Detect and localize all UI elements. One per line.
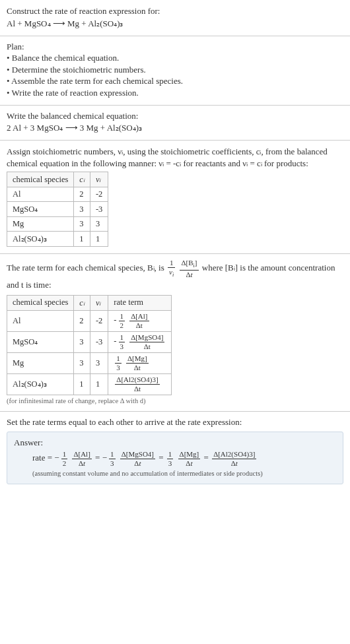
rate-term-cell: -12 Δ[Al]Δt bbox=[108, 310, 172, 331]
rate-term-cell: Δ[Al2(SO4)3]Δt bbox=[108, 373, 172, 395]
rateterm-note: (for infinitesimal rate of change, repla… bbox=[7, 397, 343, 404]
rate-term-cell: 13 Δ[Mg]Δt bbox=[108, 352, 172, 373]
plan-section: Plan: Balance the chemical equation. Det… bbox=[0, 36, 350, 106]
plan-item: Determine the stoichiometric numbers. bbox=[7, 64, 343, 76]
rate-term-cell: -13 Δ[MgSO4]Δt bbox=[108, 331, 172, 352]
final-title: Set the rate terms equal to each other t… bbox=[7, 417, 343, 428]
plan-title: Plan: bbox=[7, 42, 343, 52]
plan-item: Write the rate of reaction expression. bbox=[7, 87, 343, 99]
prompt-text: Construct the rate of reaction expressio… bbox=[7, 5, 343, 17]
stoich-table: chemical species cᵢ νᵢ Al 2 -2 MgSO₄ 3 -… bbox=[7, 172, 108, 247]
answer-note: (assuming constant volume and no accumul… bbox=[32, 470, 336, 477]
generic-delta-frac: Δ[Bi]Δt bbox=[180, 259, 198, 278]
rateterm-table: chemical species cᵢ νᵢ rate term Al 2 -2… bbox=[7, 295, 172, 395]
answer-label: Answer: bbox=[14, 437, 336, 448]
table-row: Al 2 -2 -12 Δ[Al]Δt bbox=[7, 310, 172, 331]
table-row: Mg 3 3 13 Δ[Mg]Δt bbox=[7, 352, 172, 373]
table-header-row: chemical species cᵢ νᵢ bbox=[7, 172, 108, 187]
unbalanced-equation: Al + MgSO₄ ⟶ Mg + Al₂(SO₄)₃ bbox=[7, 18, 343, 29]
generic-coef-frac: 1νi bbox=[168, 259, 175, 278]
final-section: Set the rate terms equal to each other t… bbox=[0, 412, 350, 491]
rateterm-section: The rate term for each chemical species,… bbox=[0, 254, 350, 411]
stoich-section: Assign stoichiometric numbers, νᵢ, using… bbox=[0, 141, 350, 254]
plan-item: Balance the chemical equation. bbox=[7, 52, 343, 64]
balanced-title: Write the balanced chemical equation: bbox=[7, 111, 343, 121]
plan-list: Balance the chemical equation. Determine… bbox=[7, 52, 343, 98]
table-header-row: chemical species cᵢ νᵢ rate term bbox=[7, 295, 172, 310]
stoich-intro: Assign stoichiometric numbers, νᵢ, using… bbox=[7, 146, 343, 169]
col-ci: cᵢ bbox=[74, 172, 90, 187]
table-row: Al₂(SO₄)₃ 1 1 bbox=[7, 232, 108, 247]
balanced-equation: 2 Al + 3 MgSO₄ ⟶ 3 Mg + Al₂(SO₄)₃ bbox=[7, 123, 343, 133]
table-row: Al 2 -2 bbox=[7, 187, 108, 202]
plan-item: Assemble the rate term for each chemical… bbox=[7, 75, 343, 87]
table-row: Al₂(SO₄)₃ 1 1 Δ[Al2(SO4)3]Δt bbox=[7, 373, 172, 395]
balanced-section: Write the balanced chemical equation: 2 … bbox=[0, 106, 350, 141]
col-species: chemical species bbox=[7, 172, 74, 187]
table-row: Mg 3 3 bbox=[7, 217, 108, 232]
col-nui: νᵢ bbox=[90, 172, 108, 187]
rateterm-intro: The rate term for each chemical species,… bbox=[7, 259, 343, 292]
answer-box: Answer: rate = −12 Δ[Al]Δt = −13 Δ[MgSO4… bbox=[7, 432, 343, 484]
table-row: MgSO₄ 3 -3 -13 Δ[MgSO4]Δt bbox=[7, 331, 172, 352]
prompt-section: Construct the rate of reaction expressio… bbox=[0, 0, 350, 36]
rate-expression: rate = −12 Δ[Al]Δt = −13 Δ[MgSO4]Δt = 13… bbox=[32, 451, 336, 467]
table-row: MgSO₄ 3 -3 bbox=[7, 202, 108, 217]
